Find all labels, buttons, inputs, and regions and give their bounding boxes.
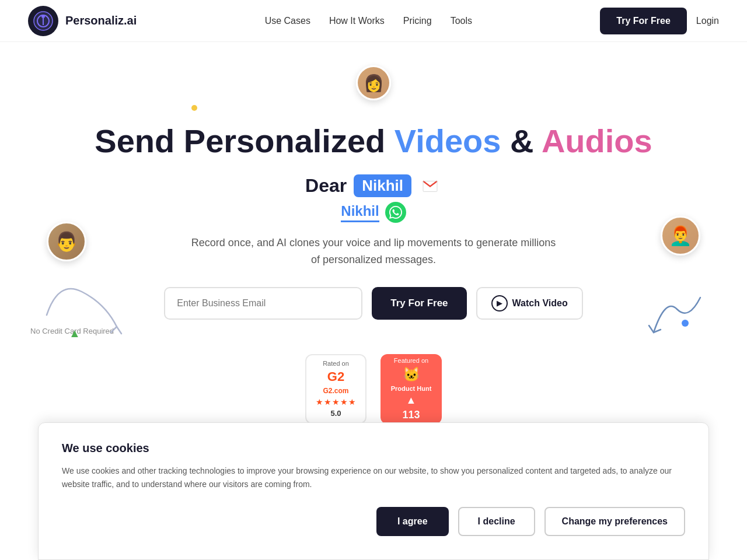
cookie-buttons: I agree I decline Change my preferences xyxy=(62,507,685,536)
cta-row: Try For Free ▶ Watch Video xyxy=(164,287,582,320)
cookie-title: We use cookies xyxy=(62,442,685,455)
nav-use-cases[interactable]: Use Cases xyxy=(265,16,310,26)
nav-links: Use Cases How It Works Pricing Tools xyxy=(265,16,472,26)
brand: Personaliz.ai xyxy=(28,6,137,36)
hero-heading: Send Personalized Videos & Audios xyxy=(95,123,652,160)
cookie-preferences-button[interactable]: Change my preferences xyxy=(544,507,685,536)
cookie-agree-button[interactable]: I agree xyxy=(376,507,449,536)
hero-section: 👩 Send Personalized Videos & Audios Dear… xyxy=(0,42,747,424)
cookie-banner: We use cookies We use cookies and other … xyxy=(38,422,709,560)
try-free-hero-button[interactable]: Try For Free xyxy=(372,287,466,320)
cookie-text: We use cookies and other tracking techno… xyxy=(62,464,685,491)
deco-arrow-left xyxy=(35,268,128,341)
heading-videos: Videos xyxy=(395,123,501,159)
nav-how-it-works[interactable]: How It Works xyxy=(329,16,385,26)
second-row-demo: Nikhil xyxy=(341,202,406,223)
watch-video-button[interactable]: ▶ Watch Video xyxy=(476,287,583,320)
producthunt-icon: 🐱 xyxy=(403,366,420,383)
navbar: Personaliz.ai Use Cases How It Works Pri… xyxy=(0,0,747,42)
navbar-right: Try For Free Login xyxy=(600,8,719,34)
avatar-face-right: 👨‍🦰 xyxy=(661,216,700,256)
nav-tools[interactable]: Tools xyxy=(451,16,472,26)
svg-point-2 xyxy=(41,15,45,18)
nikhil-badge: Nikhil xyxy=(354,174,411,197)
gmail-icon xyxy=(418,174,442,197)
logo-icon xyxy=(28,6,58,36)
brand-name: Personaliz.ai xyxy=(65,14,137,27)
heading-amp: & xyxy=(501,123,541,159)
avatar-right: 👨‍🦰 xyxy=(661,216,700,256)
play-icon: ▶ xyxy=(491,295,508,312)
badges-row: Rated on G2 G2.com ★★★★★ 5.0 Featured on… xyxy=(305,354,442,424)
navbar-try-free-button[interactable]: Try For Free xyxy=(600,8,686,34)
cookie-decline-button[interactable]: I decline xyxy=(458,507,535,536)
nav-pricing[interactable]: Pricing xyxy=(403,16,432,26)
personalized-demo: Dear Nikhil xyxy=(305,174,442,197)
dear-text: Dear xyxy=(305,175,347,197)
email-input[interactable] xyxy=(164,287,362,320)
yellow-dot-decoration xyxy=(191,105,197,111)
avatar-left: 👨 xyxy=(47,222,86,261)
hero-subtext: Record once, and AI clones your voice an… xyxy=(191,235,556,268)
g2-badge: Rated on G2 G2.com ★★★★★ 5.0 xyxy=(305,354,366,424)
nikhil-underline: Nikhil xyxy=(341,203,379,222)
whatsapp-icon xyxy=(385,202,406,223)
avatar-top: 👩 xyxy=(356,65,391,100)
producthunt-badge: Featured on 🐱 Product Hunt ▲ 113 xyxy=(381,354,442,424)
login-button[interactable]: Login xyxy=(696,16,719,26)
avatar-face-top: 👩 xyxy=(358,67,389,99)
avatar-face-left: 👨 xyxy=(47,222,86,261)
heading-audios: Audios xyxy=(542,123,652,159)
heading-send: Send Personalized xyxy=(95,123,395,159)
deco-arrow-right xyxy=(642,286,712,358)
